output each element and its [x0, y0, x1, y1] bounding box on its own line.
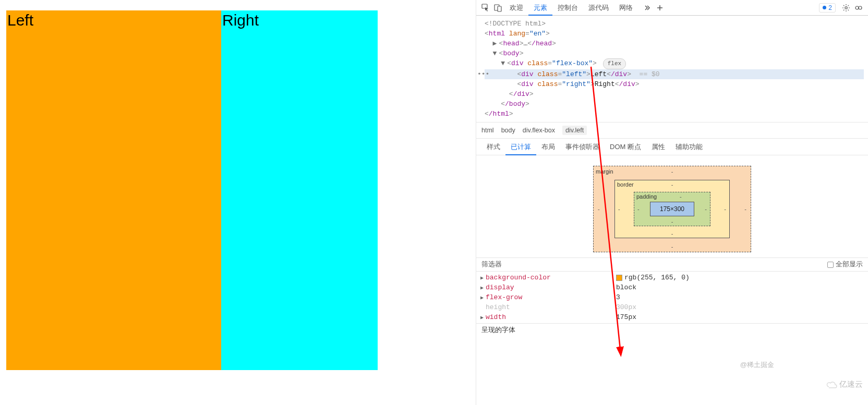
prop-display[interactable]: ▶ display block	[478, 283, 866, 292]
tab-welcome[interactable]: 欢迎	[504, 0, 528, 16]
svg-point-4	[855, 6, 859, 9]
device-icon[interactable]	[492, 4, 504, 12]
svg-rect-2	[498, 6, 501, 11]
dom-tree[interactable]: <!DOCTYPE html> <html lang="en"> ▶<head>…	[476, 16, 868, 122]
subtab-properties[interactable]: 属性	[646, 139, 670, 155]
crumb-html[interactable]: html	[481, 127, 494, 134]
checkbox-icon	[827, 262, 834, 268]
svg-point-5	[859, 6, 862, 9]
page-left-div[interactable]: Left	[6, 10, 221, 370]
boxmodel-border-label: border	[617, 181, 634, 188]
prop-width[interactable]: ▶ width 175px	[478, 312, 866, 322]
subtab-accessibility[interactable]: 辅助功能	[670, 139, 708, 155]
settings-icon[interactable]	[840, 4, 852, 12]
watermark-juejin: @稀土掘金	[740, 360, 774, 370]
prop-background-color[interactable]: ▶ background-color rgb(255, 165, 0)	[478, 273, 866, 283]
issues-badge[interactable]: 2	[819, 3, 836, 13]
breadcrumb: html body div.flex-box div.left	[476, 122, 868, 139]
tab-console[interactable]: 控制台	[552, 0, 583, 16]
flex-badge[interactable]: flex	[603, 58, 626, 69]
devtools-panel: 欢迎 元素 控制台 源代码 网络 2 <!DOCTYPE html> <html…	[476, 0, 868, 405]
computed-properties: ▶ background-color rgb(255, 165, 0) ▶ di…	[476, 272, 868, 324]
selected-dots-icon: •••	[477, 69, 489, 79]
tab-network[interactable]: 网络	[614, 0, 638, 16]
crumb-flexbox[interactable]: div.flex-box	[523, 127, 555, 134]
boxmodel-diagram[interactable]: margin - - - - border - - - - padding - …	[476, 155, 868, 257]
boxmodel-margin-label: margin	[596, 168, 613, 175]
more-tabs-icon[interactable]	[641, 4, 654, 11]
color-swatch-icon	[616, 275, 622, 281]
subtab-layout[interactable]: 布局	[536, 139, 560, 155]
issue-dot-icon	[823, 6, 826, 9]
inspect-icon[interactable]	[479, 4, 492, 12]
boxmodel-content[interactable]: 175×300	[650, 202, 694, 216]
issues-count: 2	[828, 4, 832, 11]
devtools-top-tabs: 欢迎 元素 控制台 源代码 网络 2	[476, 0, 868, 16]
page-preview: Left Right	[6, 10, 378, 370]
add-tab-icon[interactable]	[654, 4, 666, 11]
tab-sources[interactable]: 源代码	[583, 0, 614, 16]
prop-flex-grow[interactable]: ▶ flex-grow 3	[478, 292, 866, 302]
dom-doctype[interactable]: <!DOCTYPE html>	[485, 20, 546, 28]
filter-label[interactable]: 筛选器	[481, 260, 502, 269]
svg-rect-0	[482, 4, 487, 8]
tab-elements[interactable]: 元素	[528, 0, 552, 16]
crumb-body[interactable]: body	[501, 127, 515, 134]
boxmodel-padding-label: padding	[636, 193, 657, 200]
computed-filter-row: 筛选器 全部显示	[476, 257, 868, 272]
subtab-dom-bp[interactable]: DOM 断点	[605, 139, 646, 155]
watermark-yisu: 亿速云	[826, 379, 863, 389]
subtab-listeners[interactable]: 事件侦听器	[560, 139, 605, 155]
rendered-font-label: 呈现的字体	[476, 324, 868, 337]
styles-subtabs: 样式 已计算 布局 事件侦听器 DOM 断点 属性 辅助功能	[476, 139, 868, 155]
showall-checkbox[interactable]: 全部显示	[827, 260, 863, 269]
subtab-computed[interactable]: 已计算	[505, 139, 536, 155]
subtab-styles[interactable]: 样式	[481, 139, 505, 155]
crumb-left[interactable]: div.left	[562, 126, 587, 135]
dom-selected-line[interactable]: ••• <div class="left">Left</div> == $0	[485, 69, 864, 79]
prop-height[interactable]: height 300px	[478, 302, 866, 312]
dock-icon[interactable]	[852, 4, 865, 12]
page-right-div[interactable]: Right	[221, 10, 378, 370]
svg-point-3	[845, 6, 847, 8]
